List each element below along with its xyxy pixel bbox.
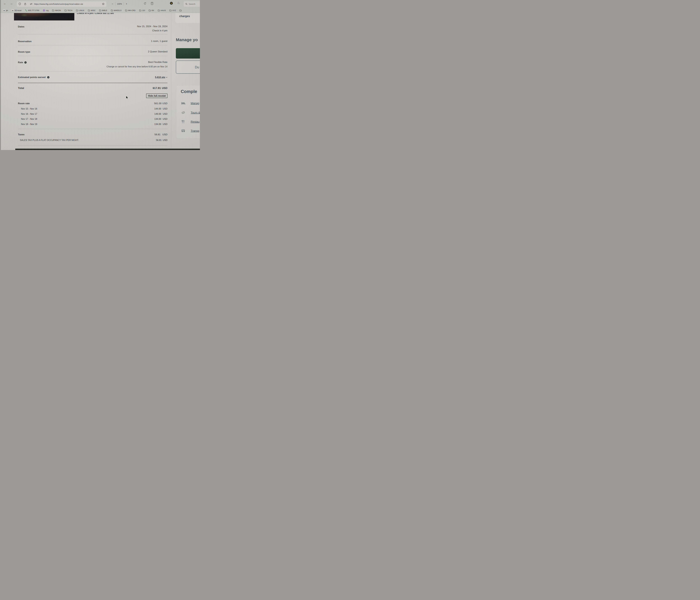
hide-full-receipt-button[interactable]: Hide full receipt <box>146 94 168 98</box>
divider <box>18 129 168 129</box>
total-label: Total <box>18 87 24 90</box>
forward-arrow-icon: → <box>10 2 13 5</box>
dates-checkin: Check in 4 pm <box>152 29 168 32</box>
reservation-label: Reservation <box>18 40 31 43</box>
sidebar-toggle-icon[interactable] <box>151 2 153 5</box>
folder-icon <box>179 9 181 11</box>
page-content: Check in 4 pm / Check out 11 am Dates No… <box>0 13 200 150</box>
lock-icon[interactable] <box>24 1 26 7</box>
reload-button[interactable] <box>144 2 146 5</box>
bookmark-folder-rx[interactable]: RX <box>149 9 154 11</box>
folder-icon <box>76 9 78 11</box>
content-rail-divider <box>171 13 171 148</box>
night-range: Nov 17 - Nov 18 <box>21 118 37 120</box>
restaurants-link-item[interactable]: Restau <box>176 119 200 124</box>
rate-label: Rate i <box>18 61 27 64</box>
folder-icon <box>65 9 67 11</box>
tax-note-amount: 56.81USD <box>156 139 168 141</box>
charges-partial-text: charges <box>179 15 190 18</box>
bookmark-phone-number[interactable]: 605.777.0780 <box>25 9 39 11</box>
bookmark-folder-haus[interactable]: HAUS <box>158 9 166 11</box>
night-range: Nov 15 - Nov 16 <box>21 107 37 110</box>
room-rate-amount: 561.00USD <box>154 102 168 105</box>
folder-icon <box>125 9 127 11</box>
radiation-extension-icon[interactable]: ☢ <box>170 2 173 5</box>
bus-icon <box>181 129 185 133</box>
bookmark-sd-local[interactable]: John SD-local <box>11 9 21 11</box>
john-favicon: John <box>11 9 14 11</box>
search-icon <box>185 3 188 5</box>
points-value-link[interactable]: 5,610 pts <box>155 76 168 79</box>
bookmark-folder-xyz[interactable]: XYZ <box>169 9 176 11</box>
room-type-label: Room type <box>18 51 30 53</box>
transportation-link-item[interactable]: Transp <box>176 128 200 134</box>
bookmark-folder-bible[interactable]: BIBLE <box>99 9 107 11</box>
charges-summary-card: charges <box>175 12 200 23</box>
bookmark-folder-wk-crd[interactable]: WK-CRD <box>125 9 135 11</box>
dates-range: Nov 15, 2024 - Nov 19, 2024 <box>137 25 168 28</box>
night-range: Nov 18 - Nov 19 <box>21 123 37 125</box>
folder-icon <box>88 9 90 11</box>
night-amount: 144.00USD <box>154 107 168 110</box>
total-amount: 617.81USD <box>153 87 168 90</box>
folder-icon <box>99 9 101 11</box>
bookmarks-bar: John jm John SD-local 605.777.0780 crg N… <box>0 8 200 13</box>
manage-stay-link-item[interactable]: Manag <box>176 100 200 106</box>
room-rate-label: Room rate <box>18 102 30 105</box>
rate-value: Best Flexible Rate <box>148 61 168 64</box>
folder-icon <box>139 9 141 11</box>
back-button[interactable]: ← <box>2 1 7 6</box>
profile-knight-icon[interactable]: ♘ <box>177 2 180 5</box>
bed-icon <box>181 102 185 105</box>
bookmark-folder-wheels[interactable]: WHEELS <box>111 9 122 11</box>
browser-toolbar: ← → https://www.ihg.com/hotels/us/en/pay… <box>0 0 200 8</box>
zoom-level[interactable]: 100% <box>117 3 122 5</box>
mouse-cursor <box>126 96 128 99</box>
tax-note: SALES TAX PLUS A FLAT OCCUPANCY TAX PER … <box>20 139 79 141</box>
bookmark-folder-cut[interactable] <box>179 9 182 11</box>
tours-link-item[interactable]: Tours & <box>176 110 200 115</box>
info-icon[interactable]: i <box>47 76 49 78</box>
bookmark-crg[interactable]: crg <box>43 9 48 11</box>
night-amount: 134.00USD <box>154 118 168 120</box>
bookmark-star-icon[interactable] <box>102 1 105 7</box>
shield-icon[interactable] <box>19 1 21 7</box>
bookmark-jm[interactable]: John jm <box>3 9 8 11</box>
night-range: Nov 16 - Nov 17 <box>21 113 37 115</box>
du-secondary-button[interactable]: Du <box>176 61 200 74</box>
folder-icon <box>149 9 151 11</box>
bookmark-folder-nikon[interactable]: NIKON <box>52 9 61 11</box>
divider <box>18 34 168 34</box>
taxes-label: Taxes <box>18 133 25 136</box>
url-bar[interactable]: https://www.ihg.com/hotels/us/en/pay/res… <box>17 1 106 7</box>
total-divider <box>18 83 168 83</box>
ticket-icon <box>181 111 185 114</box>
night-amount: 149.00USD <box>154 113 168 115</box>
dock-strip <box>15 149 200 150</box>
url-text[interactable]: https://www.ihg.com/hotels/us/en/pay/res… <box>34 1 83 7</box>
forward-button[interactable]: → <box>9 1 14 6</box>
restaurant-icon <box>181 120 185 123</box>
bookmark-folder-misc[interactable]: MISC <box>88 9 96 11</box>
room-type-value: 2 Queen Standard <box>148 50 168 53</box>
folder-icon <box>52 9 54 11</box>
back-arrow-icon: ← <box>3 2 6 5</box>
bookmark-folder-linux[interactable]: LINUX <box>76 9 84 11</box>
chevron-down-icon <box>166 77 168 78</box>
zoom-in-button[interactable]: + <box>125 2 128 5</box>
bookmark-folder-tech[interactable]: TECH <box>65 9 72 11</box>
night-amount: 134.00USD <box>154 123 168 125</box>
info-icon[interactable]: i <box>24 61 27 64</box>
folder-icon <box>111 9 113 11</box>
divider <box>18 56 168 56</box>
complete-heading: Comple <box>181 89 197 94</box>
search-field[interactable] <box>184 1 200 7</box>
folder-icon <box>169 9 172 11</box>
peace-icon <box>43 9 45 11</box>
points-label: Estimated points earned i <box>18 76 49 79</box>
bookmark-folder-j10[interactable]: J10 <box>139 9 145 11</box>
search-input[interactable] <box>189 3 199 5</box>
permissions-sliders-icon[interactable] <box>30 1 32 7</box>
manage-primary-button[interactable] <box>176 48 200 58</box>
zoom-out-button[interactable]: − <box>111 2 114 5</box>
